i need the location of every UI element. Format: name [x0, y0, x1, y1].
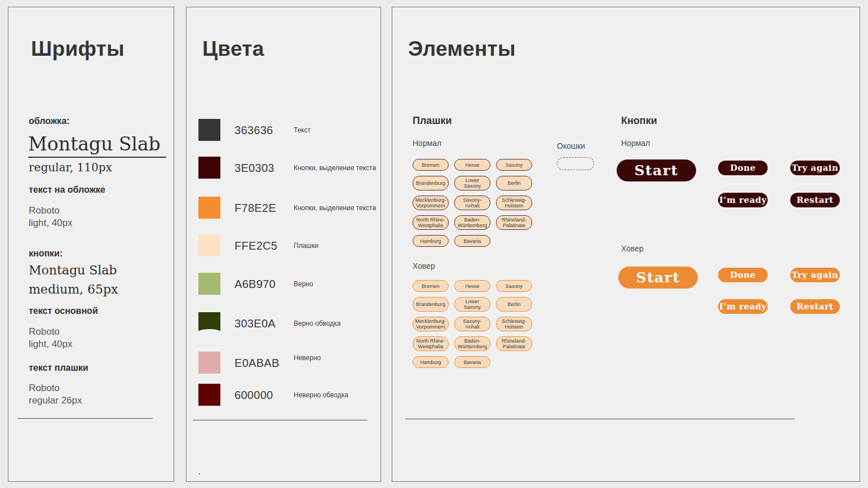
fonts-panel-divider: [17, 418, 153, 419]
state-chip[interactable]: Brandenburg: [413, 176, 449, 190]
color-hex-value: 363636: [234, 124, 273, 137]
state-chip-hover[interactable]: Bremen: [413, 280, 449, 292]
color-swatch: [198, 197, 220, 219]
answer-window-slot[interactable]: [557, 157, 594, 170]
color-swatch: [198, 312, 220, 334]
buttons-font-label: кнопки:: [29, 249, 63, 259]
state-chip[interactable]: Bavaria: [454, 235, 490, 247]
elements-panel-title: Элементы: [408, 38, 516, 59]
color-swatch-row: 303E0A Верно обводка: [187, 312, 380, 335]
chips-grid-normal: BremenHesseSaxonyBrandenburgLower Saxony…: [413, 159, 537, 247]
color-usage-label: Кнопки, выделение текста: [294, 164, 376, 172]
stray-dot: [199, 473, 200, 474]
state-chip[interactable]: Saxony-Anhalt: [454, 196, 490, 210]
chip-text-font-spec: regular 26px: [29, 394, 82, 407]
color-swatch-row: FFE2C5 Плашки: [187, 234, 380, 257]
buttons-font-spec: medium, 65px: [29, 282, 118, 296]
color-hex-value: 600000: [234, 389, 273, 402]
color-hex-value: A6B970: [234, 278, 276, 291]
try-again-button-normal[interactable]: Try again: [790, 161, 840, 175]
im-ready-button-normal[interactable]: I’m ready: [718, 193, 768, 207]
state-chip[interactable]: Bremen: [413, 159, 449, 171]
state-chip-hover[interactable]: Lower Saxony: [454, 297, 490, 312]
color-swatch-row: A6B970 Верно: [187, 273, 380, 295]
state-chip-hover[interactable]: Hamburg: [413, 356, 449, 368]
color-usage-label: Неверно: [294, 354, 321, 362]
color-swatch: [198, 352, 220, 374]
state-chip-hover[interactable]: Bavaria: [454, 356, 490, 368]
buttons-hover-label: Ховер: [621, 244, 644, 253]
color-usage-label: Текст: [294, 126, 311, 134]
state-chip-hover[interactable]: North Rhine-Westphalia: [413, 336, 449, 351]
buttons-heading: Кнопки: [621, 115, 657, 127]
state-chip-hover[interactable]: Saxony: [496, 280, 532, 292]
color-swatch: [198, 234, 220, 256]
state-chip-hover[interactable]: Baden-Württemberg: [454, 336, 490, 351]
state-chip[interactable]: Rhineland-Palatinate: [496, 215, 532, 230]
color-swatch-row: 600000 Неверно обводка: [187, 384, 380, 406]
color-hex-value: 303E0A: [234, 317, 276, 330]
done-button-hover[interactable]: Done: [718, 268, 768, 282]
color-usage-label: Плашки: [294, 242, 318, 250]
color-swatch-row: 3E0303 Кнопки, выделение текста: [187, 157, 380, 179]
color-usage-label: Верно: [294, 280, 313, 288]
cover-text-font-spec: light, 40px: [29, 217, 73, 229]
color-hex-value: 3E0303: [234, 162, 274, 175]
start-button-normal[interactable]: Start: [617, 159, 696, 181]
state-chip[interactable]: Hamburg: [413, 235, 449, 247]
im-ready-button-hover[interactable]: I’m ready: [718, 299, 768, 314]
state-chip[interactable]: Lower Saxony: [454, 176, 490, 190]
color-usage-label: Кнопки, выделение текста: [294, 204, 376, 212]
state-chip[interactable]: Mecklenburg-Vorpommern: [413, 196, 449, 210]
state-chip[interactable]: Saxony: [496, 159, 532, 171]
chip-text-font-name: Roboto: [29, 382, 60, 394]
chip-text-label: текст плашки: [29, 363, 88, 373]
color-swatch: [198, 273, 220, 295]
color-swatch: [198, 157, 220, 179]
chips-hover-label: Ховер: [413, 261, 435, 270]
state-chip-hover[interactable]: Schleswig-Holstein: [496, 317, 532, 331]
elements-panel-divider: [405, 419, 795, 419]
elements-panel: Элементы Плашки Нормал BremenHesseSaxony…: [392, 7, 860, 482]
fonts-panel-title: Шрифты: [31, 38, 125, 59]
state-chip[interactable]: Schleswig-Holstein: [496, 196, 532, 210]
restart-button-normal[interactable]: Restart: [790, 193, 840, 207]
done-button-normal[interactable]: Done: [718, 161, 768, 175]
chips-normal-label: Нормал: [413, 139, 441, 148]
state-chip[interactable]: Baden-Württemberg: [454, 215, 490, 230]
start-button-hover[interactable]: Start: [618, 267, 698, 289]
style-guide-canvas: Шрифты обложка: Montagu Slab regular, 11…: [0, 0, 868, 488]
state-chip-hover[interactable]: Hesse: [454, 280, 490, 292]
state-chip[interactable]: Hesse: [454, 159, 490, 171]
cover-font-label: обложка:: [29, 116, 69, 126]
color-swatch-list: 363636 Текст 3E0303 Кнопки, выделение те…: [187, 7, 380, 481]
state-chip-hover[interactable]: Rhineland-Palatinate: [496, 336, 532, 351]
state-chip-hover[interactable]: Saxony-Anhalt: [454, 317, 490, 331]
try-again-button-hover[interactable]: Try again: [790, 268, 840, 282]
color-usage-label: Неверно обводка: [294, 391, 348, 399]
colors-panel-divider: [193, 420, 367, 420]
cover-font-name: Montagu Slab: [28, 135, 166, 158]
state-chip-hover[interactable]: Brandenburg: [413, 297, 449, 312]
state-chip[interactable]: Berlin: [496, 176, 532, 190]
body-text-label: текст основной: [29, 306, 98, 316]
color-swatch: [198, 119, 220, 141]
color-swatch: [198, 384, 220, 406]
state-chip[interactable]: North Rhine-Westphalia: [413, 215, 449, 230]
color-swatch-row: F78E2E Кнопки, выделение текста: [187, 197, 380, 219]
color-swatch-row: E0ABAB Неверно: [187, 352, 380, 374]
state-chip-hover[interactable]: Mecklenburg-Vorpommern: [413, 317, 449, 331]
chips-heading: Плашки: [413, 115, 451, 127]
buttons-font-name: Montagu Slab: [29, 263, 117, 277]
colors-panel: Цвета 363636 Текст 3E0303 Кнопки, выделе…: [186, 7, 381, 482]
color-hex-value: E0ABAB: [234, 357, 280, 370]
buttons-normal-label: Нормал: [621, 139, 650, 148]
state-chip-hover[interactable]: Berlin: [496, 297, 532, 312]
color-hex-value: FFE2C5: [234, 239, 277, 252]
body-text-font-spec: light, 40px: [29, 338, 73, 351]
fonts-panel: Шрифты обложка: Montagu Slab regular, 11…: [8, 7, 174, 482]
restart-button-hover[interactable]: Restart: [790, 299, 840, 314]
windows-label: Окошки: [557, 141, 585, 150]
cover-text-font-name: Roboto: [29, 205, 60, 217]
color-swatch-row: 363636 Текст: [187, 119, 380, 141]
